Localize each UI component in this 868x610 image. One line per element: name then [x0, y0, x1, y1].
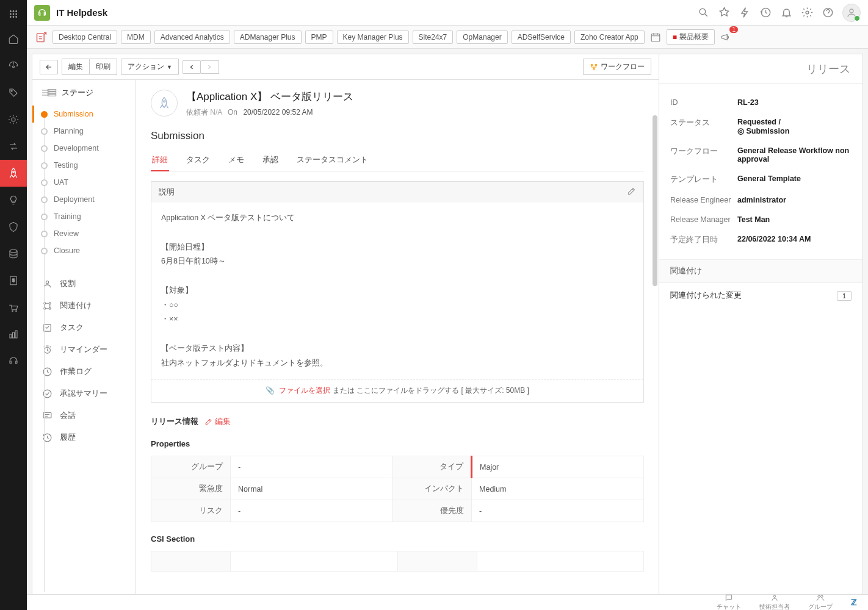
link-keymanager[interactable]: Key Manager Plus	[337, 30, 409, 44]
meta-row: ステータスRequested / ◎ Submission	[670, 112, 852, 141]
properties-title: Properties	[151, 439, 644, 448]
paperclip-icon: 📎	[266, 386, 275, 395]
svg-point-5	[15, 13, 17, 15]
stage-training[interactable]: Training	[41, 208, 127, 225]
action-dropdown[interactable]: アクション ▼	[121, 59, 179, 75]
back-button[interactable]	[40, 60, 58, 74]
stage-deployment[interactable]: Deployment	[41, 191, 127, 208]
associated-change-row[interactable]: 関連付けられた変更 1	[659, 283, 863, 308]
nav-problem-icon[interactable]	[0, 106, 27, 133]
meta-row: IDRL-23	[670, 93, 852, 112]
details-sidebar: リリース IDRL-23ステータスRequested / ◎ Submissio…	[659, 54, 863, 605]
stage-panel: ステージ SubmissionPlanningDevelopmentTestin…	[32, 80, 136, 605]
stage-submission[interactable]: Submission	[41, 106, 127, 123]
stage-review[interactable]: Review	[41, 225, 127, 242]
nav-home-icon[interactable]	[0, 26, 27, 52]
link-admanager[interactable]: ADManager Plus	[234, 30, 302, 44]
svg-point-22	[806, 11, 809, 14]
footer-chat[interactable]: チャット	[717, 594, 741, 610]
svg-rect-19	[13, 332, 15, 338]
svg-point-6	[10, 16, 12, 18]
link-site24x7[interactable]: Site24x7	[413, 30, 454, 44]
sidemenu-conv[interactable]: 会話	[32, 404, 136, 426]
tab-notes[interactable]: メモ	[227, 149, 245, 171]
stage-development[interactable]: Development	[41, 140, 127, 157]
gear-icon[interactable]	[801, 7, 813, 19]
nav-report-icon[interactable]	[0, 321, 27, 348]
footer-group[interactable]: グループ	[808, 594, 833, 610]
svg-point-9	[13, 66, 15, 68]
nav-release-icon[interactable]	[0, 160, 27, 187]
footer-zia[interactable]: ℤ	[851, 598, 857, 607]
action-bar: 編集 印刷 アクション ▼ ワークフロー	[32, 54, 659, 80]
nav-solution-icon[interactable]	[0, 187, 27, 214]
next-button[interactable]	[201, 60, 219, 74]
link-desktop-central[interactable]: Desktop Central	[52, 30, 117, 44]
prev-button[interactable]	[183, 60, 201, 74]
sidemenu-history[interactable]: 履歴	[32, 426, 136, 448]
svg-point-10	[11, 90, 12, 92]
footer-technician[interactable]: 技術担当者	[759, 594, 790, 610]
stage-closure[interactable]: Closure	[41, 242, 127, 259]
calendar-icon[interactable]	[648, 30, 663, 45]
sidebar-title: リリース	[659, 54, 863, 84]
edit-description-icon[interactable]	[627, 187, 636, 198]
sidemenu-reminder[interactable]: リマインダー	[32, 339, 136, 361]
svg-point-35	[49, 302, 51, 304]
stage-planning[interactable]: Planning	[41, 123, 127, 140]
tab-details[interactable]: 詳細	[151, 149, 169, 171]
edit-button[interactable]: 編集	[62, 59, 90, 75]
sidemenu-role[interactable]: 役割	[32, 273, 136, 295]
scrollbar[interactable]	[653, 115, 657, 286]
link-opmanager[interactable]: OpManager	[457, 30, 507, 44]
video-product-overview[interactable]: ■製品概要	[667, 29, 715, 45]
link-adselfservice[interactable]: ADSelfService	[512, 30, 571, 44]
svg-point-28	[595, 64, 596, 65]
properties-table: グループ-タイプMajor緊急度NormalインパクトMediumリスク-優先度…	[151, 456, 644, 522]
stage-section-title: Submission	[151, 130, 644, 142]
link-advanced-analytics[interactable]: Advanced Analytics	[154, 30, 230, 44]
pin-icon[interactable]	[718, 7, 730, 19]
svg-point-17	[16, 310, 17, 312]
svg-rect-20	[15, 331, 17, 338]
user-avatar[interactable]	[842, 4, 861, 22]
tab-approvals[interactable]: 承認	[261, 149, 280, 171]
nav-purchase-icon[interactable]	[0, 294, 27, 321]
file-drop-zone[interactable]: 📎 ファイルを選択 または ここにファイルをドラッグする [ 最大サイズ: 50…	[151, 379, 643, 402]
stage-uat[interactable]: UAT	[41, 174, 127, 191]
nav-cmdb-icon[interactable]	[0, 240, 27, 267]
bell-icon[interactable]	[780, 7, 792, 19]
meta-row: テンプレートGeneral Template	[670, 169, 852, 190]
svg-point-7	[13, 16, 15, 18]
tab-status-comments[interactable]: ステータスコメント	[295, 149, 369, 171]
sidemenu-assoc[interactable]: 関連付け	[32, 295, 136, 317]
link-pmp[interactable]: PMP	[305, 30, 333, 44]
search-icon[interactable]	[697, 7, 709, 19]
nav-support-icon[interactable]	[0, 348, 27, 375]
svg-point-43	[164, 101, 165, 102]
history-icon[interactable]	[759, 7, 772, 19]
sidemenu-approval[interactable]: 承認サマリー	[32, 382, 136, 404]
announce-icon[interactable]: 1	[718, 30, 733, 45]
description-box: 説明 Application X ベータ版テストについて 【開始日程】 6月8日…	[151, 181, 644, 403]
bolt-icon[interactable]	[739, 7, 751, 19]
nav-tag-icon[interactable]	[0, 79, 27, 106]
workflow-button[interactable]: ワークフロー	[583, 59, 651, 75]
stage-testing[interactable]: Testing	[41, 157, 127, 174]
nav-asset-icon[interactable]	[0, 214, 27, 240]
apps-grid-icon[interactable]	[0, 2, 27, 26]
add-request-icon[interactable]	[34, 30, 49, 45]
nav-dashboard-icon[interactable]	[0, 52, 27, 79]
tab-tasks[interactable]: タスク	[185, 149, 211, 171]
help-icon[interactable]	[822, 7, 834, 19]
link-zoho-creator[interactable]: Zoho Creator App	[574, 30, 645, 44]
link-mdm[interactable]: MDM	[121, 30, 151, 44]
sidemenu-task[interactable]: タスク	[32, 317, 136, 339]
svg-point-2	[15, 10, 17, 12]
release-info-edit[interactable]: 編集	[204, 417, 231, 427]
print-button[interactable]: 印刷	[90, 59, 117, 75]
sidemenu-worklog[interactable]: 作業ログ	[32, 361, 136, 382]
nav-contract-icon[interactable]: $	[0, 267, 27, 294]
nav-change-icon[interactable]	[0, 133, 27, 160]
associations-header: 関連付け	[659, 259, 863, 283]
